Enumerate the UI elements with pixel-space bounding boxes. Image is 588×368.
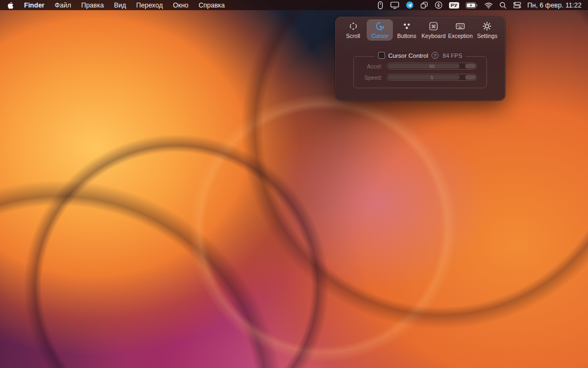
menu-bar: Finder Файл Правка Вид Переход Окно Спра… bbox=[0, 0, 588, 10]
slider-controls-disabled: Accel: 60 Speed: 5 bbox=[354, 57, 486, 88]
mouse-utility-popover: Scroll Cursor bbox=[335, 17, 505, 101]
wifi-icon[interactable] bbox=[484, 2, 493, 9]
accessibility-icon[interactable] bbox=[435, 1, 443, 9]
menu-bar-status-area: РУ bbox=[377, 1, 582, 10]
tab-settings[interactable]: Settings bbox=[474, 19, 500, 41]
menu-help[interactable]: Справка bbox=[199, 2, 225, 9]
input-source-badge[interactable]: РУ bbox=[449, 2, 459, 9]
accel-label: Accel: bbox=[354, 63, 387, 70]
accel-slider-row: Accel: 60 bbox=[354, 63, 486, 70]
accel-value: 60 bbox=[388, 63, 476, 69]
telegram-icon[interactable] bbox=[406, 1, 414, 9]
apple-menu-icon[interactable] bbox=[6, 1, 14, 10]
menu-window[interactable]: Окно bbox=[173, 2, 188, 9]
menu-file[interactable]: Файл bbox=[55, 2, 71, 9]
speed-slider-row: Speed: 5 bbox=[354, 74, 486, 81]
active-app-name[interactable]: Finder bbox=[24, 2, 44, 9]
gear-icon bbox=[482, 21, 492, 32]
tab-scroll[interactable]: Scroll bbox=[340, 19, 366, 41]
tab-buttons[interactable]: Buttons bbox=[393, 19, 420, 41]
command-key-icon: ⌘ bbox=[429, 21, 438, 32]
keyboard-grid-icon bbox=[455, 21, 465, 32]
accel-slider[interactable]: 60 bbox=[387, 63, 477, 70]
speed-slider[interactable]: 5 bbox=[387, 74, 477, 81]
tab-settings-label: Settings bbox=[477, 33, 497, 39]
mouse-icon[interactable] bbox=[377, 1, 384, 10]
tab-scroll-label: Scroll bbox=[346, 33, 360, 39]
tab-exception[interactable]: Exception bbox=[447, 19, 474, 41]
search-icon[interactable] bbox=[499, 2, 507, 9]
control-center-icon[interactable] bbox=[513, 2, 521, 9]
speed-label: Speed: bbox=[354, 74, 387, 81]
tab-exception-label: Exception bbox=[448, 33, 473, 39]
window-stack-icon[interactable] bbox=[420, 1, 428, 9]
tab-keyboard-label: Keyboard bbox=[422, 33, 446, 39]
cursor-control-group: Cursor Control ? 84 FPS Accel: 60 Speed: bbox=[353, 56, 487, 88]
scroll-icon bbox=[349, 21, 358, 32]
menu-go[interactable]: Переход bbox=[136, 2, 163, 9]
battery-charging-icon[interactable] bbox=[466, 2, 478, 9]
cursor-icon bbox=[375, 21, 385, 32]
tab-keyboard[interactable]: ⌘ Keyboard bbox=[421, 19, 447, 41]
desktop: Finder Файл Правка Вид Переход Окно Спра… bbox=[0, 0, 588, 368]
popover-tab-bar: Scroll Cursor bbox=[335, 17, 505, 41]
svg-text:⌘: ⌘ bbox=[431, 24, 436, 29]
tab-cursor-label: Cursor bbox=[372, 33, 389, 39]
menu-bar-clock[interactable]: Пн, 6 февр. 11:22 bbox=[528, 2, 582, 9]
menu-view[interactable]: Вид bbox=[114, 2, 126, 9]
menu-bar-left: Finder Файл Правка Вид Переход Окно Спра… bbox=[6, 1, 225, 10]
speed-value: 5 bbox=[388, 74, 476, 80]
menu-edit[interactable]: Правка bbox=[81, 2, 104, 9]
tab-cursor[interactable]: Cursor bbox=[367, 19, 393, 41]
tab-buttons-label: Buttons bbox=[397, 33, 416, 39]
display-icon[interactable] bbox=[390, 1, 399, 9]
buttons-icon bbox=[402, 21, 412, 32]
